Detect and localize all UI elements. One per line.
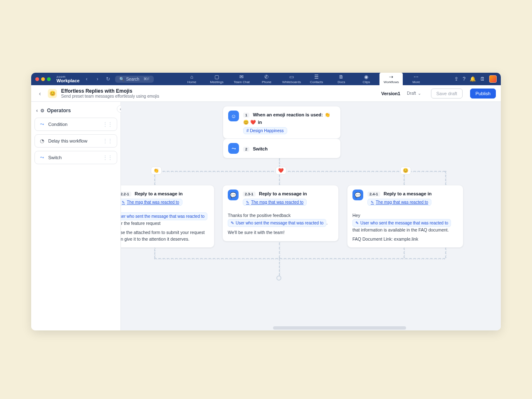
tab-workflows[interactable]: ⇢Workflows	[379, 73, 403, 85]
card-title: Reply to a message in	[135, 191, 183, 196]
chevron-down-icon: ⌄	[418, 91, 421, 96]
minimize-icon[interactable]	[41, 77, 45, 81]
drag-handle-icon[interactable]: ⋮⋮	[103, 155, 113, 160]
switch-node-icon: ⤳	[228, 143, 239, 154]
search-icon: 🔍	[119, 77, 124, 81]
gear-icon: ⚙	[40, 108, 44, 113]
branch-emoji: ❤️	[276, 167, 286, 175]
version-status: Draft	[407, 91, 416, 96]
operator-switch[interactable]: ⤳ Switch ⋮⋮	[34, 151, 117, 164]
nav-back-icon[interactable]: ‹	[83, 76, 90, 82]
operators-sidebar: ‹ ⚙ Operators ⤳ Condition ⋮⋮ ◔ Delay thi…	[31, 102, 121, 330]
reply-card-3[interactable]: 💬 2.4-1 Reply to a message in ✎The msg t…	[347, 185, 463, 248]
operator-condition[interactable]: ⤳ Condition ⋮⋮	[34, 118, 117, 131]
branch-emoji: 😊	[400, 167, 411, 175]
sidebar-back-icon[interactable]: ‹	[36, 108, 38, 113]
tab-meetings[interactable]: ▢Meetings	[205, 73, 228, 85]
card-body: Hey ✎User who sent the message that was …	[347, 212, 463, 247]
tab-team-chat[interactable]: ✉Team Chat	[230, 73, 253, 85]
help-icon[interactable]: ?	[463, 76, 466, 82]
operator-delay[interactable]: ◔ Delay this workflow ⋮⋮	[34, 134, 117, 148]
branch-icon: ⤳	[39, 121, 45, 127]
tab-more[interactable]: ⋯More	[404, 73, 428, 85]
edit-icon: ✎	[355, 220, 359, 226]
video-icon: ▢	[214, 74, 219, 79]
trigger-node[interactable]: ☺ 1 When an emoji reaction is used: 👏 😊 …	[223, 106, 341, 139]
avatar[interactable]	[489, 75, 497, 83]
trigger-suffix: in	[258, 120, 262, 125]
trigger-label: When an emoji reaction is used:	[253, 112, 323, 117]
step-number: 1	[243, 113, 249, 118]
horizontal-scrollbar[interactable]	[273, 326, 406, 330]
titlebar: zoom Workplace ‹ › ↻ 🔍 Search ⌘F ⌂Home ▢…	[31, 73, 501, 85]
tab-phone[interactable]: ✆Phone	[255, 73, 278, 85]
window-controls[interactable]	[35, 77, 51, 81]
save-draft-button[interactable]: Save draft	[431, 89, 463, 99]
whiteboard-icon: ▭	[289, 74, 294, 79]
app-window: zoom Workplace ‹ › ↻ 🔍 Search ⌘F ⌂Home ▢…	[31, 73, 501, 330]
calendar-icon[interactable]: 🗓	[480, 76, 485, 82]
back-button[interactable]: ‹	[36, 90, 44, 97]
user-token[interactable]: ✎User who sent the message that was reac…	[121, 212, 207, 220]
card-title: Reply to a message in	[259, 191, 307, 196]
switch-label: Switch	[253, 146, 267, 151]
card-title: Reply to a message in	[384, 191, 432, 196]
tab-clips[interactable]: ◉Clips	[355, 73, 378, 85]
sidebar-title: Operators	[47, 108, 71, 113]
target-message-pill[interactable]: ✎The msg that was reacted to	[243, 199, 307, 206]
channel-pill[interactable]: # Design Happiness	[243, 127, 287, 134]
workflow-titles: Effortless Replies with Emojis Send pres…	[61, 88, 159, 99]
tab-whiteboards[interactable]: ▭Whiteboards	[280, 73, 303, 85]
tab-docs[interactable]: 🗎Docs	[330, 73, 353, 85]
connector	[279, 258, 280, 276]
reply-card-2[interactable]: 💬 2.3-1 Reply to a message in ✎The msg t…	[222, 185, 339, 241]
message-icon: 💬	[352, 190, 363, 200]
phone-icon: ✆	[264, 74, 268, 79]
workflow-title: Effortless Replies with Emojis	[61, 88, 159, 94]
target-message-pill[interactable]: ✎The msg that was reacted to	[367, 199, 431, 206]
step-number: 2.3-1	[243, 192, 256, 197]
publish-button[interactable]: Publish	[470, 89, 496, 99]
target-message-pill[interactable]: ✎The msg that was reacted to	[121, 199, 182, 206]
nav-forward-icon[interactable]: ›	[94, 76, 101, 82]
emoji-trigger-icon: ☺	[228, 111, 239, 121]
workflow-header: ‹ 😊 Effortless Replies with Emojis Send …	[31, 85, 501, 102]
tab-contacts[interactable]: ☰Contacts	[305, 73, 328, 85]
edit-icon: ✎	[122, 200, 125, 204]
search-shortcut: ⌘F	[143, 77, 150, 81]
edit-icon: ✎	[246, 200, 249, 204]
bell-icon[interactable]: 🔔	[470, 76, 476, 82]
maximize-icon[interactable]	[47, 77, 51, 81]
version-selector[interactable]: Draft ⌄	[407, 91, 421, 96]
message-icon: 💬	[228, 190, 239, 200]
share-icon[interactable]: ⇪	[454, 76, 458, 82]
step-number: 2.2-1	[121, 192, 131, 197]
user-token[interactable]: ✎User who sent the message that was reac…	[228, 219, 326, 227]
clips-icon: ◉	[364, 74, 368, 79]
edit-icon: ✎	[371, 200, 374, 204]
branch-emoji: 👏	[151, 167, 162, 175]
drag-handle-icon[interactable]: ⋮⋮	[103, 121, 113, 127]
contacts-icon: ☰	[314, 74, 319, 79]
brand-name: Workplace	[57, 79, 79, 83]
switch-icon: ⤳	[39, 155, 45, 160]
tab-home[interactable]: ⌂Home	[180, 73, 203, 85]
workflow-canvas[interactable]: 👏 ❤️ 😊 ☺ 1 When an emoji reaction is use…	[121, 102, 501, 330]
user-token[interactable]: ✎User who sent the message that was reac…	[352, 219, 451, 227]
search-input[interactable]: 🔍 Search ⌘F	[115, 76, 153, 83]
switch-node[interactable]: ⤳ 2 Switch	[223, 138, 341, 158]
end-node[interactable]	[276, 276, 281, 281]
chat-icon: ✉	[239, 74, 244, 79]
edit-icon: ✎	[231, 220, 234, 226]
docs-icon: 🗎	[339, 74, 344, 79]
operator-label: Condition	[48, 122, 99, 127]
close-icon[interactable]	[35, 77, 39, 81]
brand: zoom Workplace	[57, 75, 79, 83]
reply-card-1[interactable]: 💬 2.2-1 Reply to a message in ✎The msg t…	[121, 185, 214, 248]
more-icon: ⋯	[414, 74, 419, 79]
operator-label: Switch	[48, 155, 99, 160]
connector	[445, 171, 446, 185]
history-icon[interactable]: ↻	[104, 76, 112, 82]
drag-handle-icon[interactable]: ⋮⋮	[103, 138, 113, 144]
step-number: 2	[243, 147, 249, 152]
